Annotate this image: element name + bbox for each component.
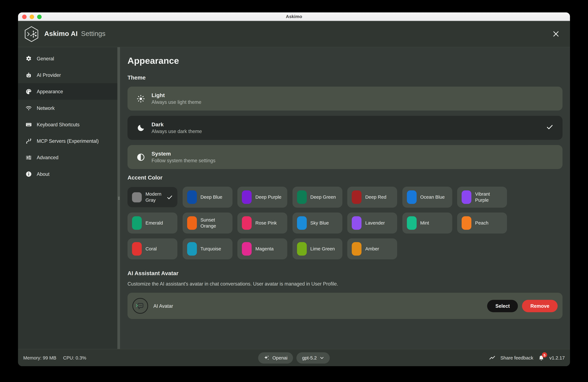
theme-section-heading: Theme bbox=[127, 74, 563, 81]
moon-icon bbox=[136, 123, 146, 132]
selected-check-icon bbox=[546, 123, 553, 132]
accent-option-label: Coral bbox=[146, 246, 173, 252]
color-swatch bbox=[242, 190, 252, 204]
accent-option-magenta[interactable]: Magenta bbox=[237, 239, 287, 259]
sidebar-resize-handle[interactable] bbox=[117, 47, 120, 349]
accent-option-peach[interactable]: Peach bbox=[457, 213, 507, 234]
notification-badge: 5 bbox=[542, 352, 547, 358]
theme-option-dark[interactable]: Dark Always use dark theme bbox=[127, 116, 563, 140]
askimo-logo-icon bbox=[24, 26, 39, 42]
askimo-settings-window: Askimo Askimo AI bbox=[18, 12, 570, 366]
ai-avatar-heading: AI Assistant Avatar bbox=[127, 270, 563, 276]
provider-pill[interactable]: Openai bbox=[258, 352, 293, 363]
accent-option-deep-green[interactable]: Deep Green bbox=[292, 187, 342, 208]
accent-option-amber[interactable]: Amber bbox=[347, 239, 397, 259]
contrast-icon bbox=[136, 153, 146, 161]
sidebar-item-ai-provider[interactable]: AI Provider bbox=[18, 67, 117, 83]
sidebar-item-label: Keyboard Shortcuts bbox=[37, 122, 80, 127]
desktop-background: Askimo Askimo AI bbox=[0, 0, 588, 382]
ai-avatar-description: Customize the AI assistant's avatar in c… bbox=[127, 281, 563, 287]
color-swatch bbox=[187, 190, 197, 204]
app-header: Askimo AI Settings bbox=[18, 21, 570, 47]
accent-option-modern-gray[interactable]: Modern Gray bbox=[127, 187, 177, 207]
close-traffic-light[interactable] bbox=[22, 14, 26, 19]
settings-sidebar: General AI Provider Appearance bbox=[18, 47, 117, 349]
header-page-label: Settings bbox=[81, 30, 105, 38]
accent-option-label: Deep Blue bbox=[200, 194, 228, 200]
accent-option-label: Turquoise bbox=[200, 246, 228, 252]
memory-usage: Memory: 99 MB bbox=[23, 355, 56, 361]
accent-option-label: Magenta bbox=[255, 246, 283, 252]
minimize-traffic-light[interactable] bbox=[30, 14, 34, 19]
gear-icon bbox=[25, 55, 32, 62]
app-version: v1.2.17 bbox=[549, 355, 565, 361]
color-swatch bbox=[462, 216, 471, 230]
accent-option-lavender[interactable]: Lavender bbox=[347, 213, 397, 234]
sidebar-item-keyboard-shortcuts[interactable]: Keyboard Shortcuts bbox=[18, 116, 117, 133]
model-selector[interactable]: gpt-5.2 bbox=[296, 352, 330, 363]
ai-avatar-image bbox=[132, 298, 148, 314]
accent-option-deep-red[interactable]: Deep Red bbox=[347, 187, 397, 208]
color-swatch bbox=[407, 190, 416, 204]
accent-option-lime-green[interactable]: Lime Green bbox=[292, 239, 342, 259]
zoom-traffic-light[interactable] bbox=[37, 14, 42, 19]
color-swatch bbox=[297, 216, 307, 230]
color-swatch bbox=[132, 216, 142, 230]
provider-name: Openai bbox=[273, 355, 288, 361]
color-swatch bbox=[242, 242, 252, 256]
sidebar-item-mcp-servers[interactable]: MCP Servers (Experimental) bbox=[18, 133, 117, 149]
accent-option-mint[interactable]: Mint bbox=[402, 213, 452, 234]
accent-option-sky-blue[interactable]: Sky Blue bbox=[292, 213, 342, 234]
sidebar-item-advanced[interactable]: Advanced bbox=[18, 149, 117, 166]
accent-option-sunset-orange[interactable]: Sunset Orange bbox=[183, 213, 232, 234]
accent-option-deep-blue[interactable]: Deep Blue bbox=[183, 187, 232, 208]
accent-option-label: Deep Green bbox=[310, 194, 338, 200]
cpu-usage: CPU: 0.3% bbox=[63, 355, 86, 361]
sidebar-item-appearance[interactable]: Appearance bbox=[18, 83, 117, 100]
cable-icon bbox=[25, 138, 32, 144]
color-swatch bbox=[132, 192, 142, 202]
accent-option-label: Lavender bbox=[365, 220, 393, 226]
color-swatch bbox=[352, 242, 361, 256]
sidebar-item-label: About bbox=[37, 171, 49, 177]
accent-option-turquoise[interactable]: Turquoise bbox=[183, 239, 232, 259]
sidebar-item-label: General bbox=[37, 56, 54, 61]
sidebar-item-about[interactable]: About bbox=[18, 166, 117, 182]
ai-avatar-label: AI Avatar bbox=[153, 303, 487, 309]
accent-option-deep-purple[interactable]: Deep Purple bbox=[237, 187, 287, 208]
theme-option-light[interactable]: Light Always use light theme bbox=[127, 87, 563, 111]
theme-option-title: System bbox=[151, 151, 553, 157]
sidebar-item-label: Advanced bbox=[37, 155, 59, 160]
color-swatch bbox=[462, 190, 471, 204]
accent-option-label: Lime Green bbox=[310, 246, 338, 252]
select-avatar-button[interactable]: Select bbox=[487, 300, 518, 312]
color-swatch bbox=[352, 190, 361, 204]
sidebar-item-network[interactable]: Network bbox=[18, 100, 117, 116]
accent-color-heading: Accent Color bbox=[127, 174, 563, 181]
accent-option-emerald[interactable]: Emerald bbox=[127, 213, 177, 234]
robot-icon bbox=[25, 72, 32, 78]
theme-option-description: Always use dark theme bbox=[151, 129, 546, 134]
theme-option-system[interactable]: System Follow system theme settings bbox=[127, 145, 563, 169]
accent-option-rose-pink[interactable]: Rose Pink bbox=[237, 213, 287, 234]
app-name: Askimo AI bbox=[44, 30, 78, 38]
accent-option-coral[interactable]: Coral bbox=[127, 239, 177, 259]
sidebar-item-general[interactable]: General bbox=[18, 50, 117, 67]
accent-option-label: Mint bbox=[420, 220, 448, 226]
share-feedback-link[interactable]: Share feedback bbox=[501, 355, 533, 361]
close-settings-button[interactable] bbox=[550, 29, 561, 39]
notifications-button[interactable]: 5 bbox=[538, 355, 545, 361]
ai-avatar-row: AI Avatar Select Remove bbox=[127, 293, 563, 319]
remove-avatar-button[interactable]: Remove bbox=[522, 300, 558, 312]
color-swatch bbox=[297, 242, 307, 256]
accent-option-label: Modern Gray bbox=[146, 191, 163, 203]
accent-option-ocean-blue[interactable]: Ocean Blue bbox=[402, 187, 452, 208]
window-title: Askimo bbox=[286, 14, 302, 19]
accent-option-label: Rose Pink bbox=[255, 220, 283, 226]
activity-icon[interactable] bbox=[489, 355, 496, 361]
accent-option-vibrant-purple[interactable]: Vibrant Purple bbox=[457, 187, 507, 208]
color-swatch bbox=[242, 216, 252, 230]
sidebar-item-label: MCP Servers (Experimental) bbox=[37, 138, 99, 144]
color-swatch bbox=[297, 190, 307, 204]
sun-icon bbox=[136, 94, 146, 103]
